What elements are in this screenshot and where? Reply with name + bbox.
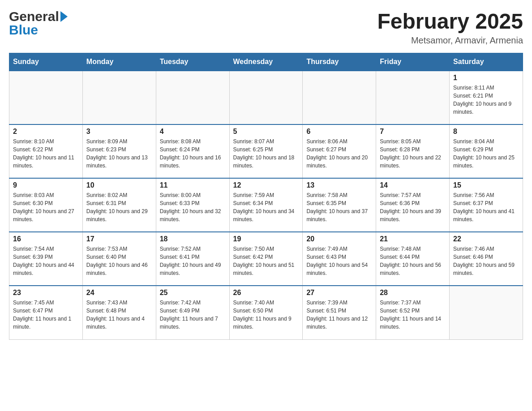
day-info: Sunrise: 7:58 AMSunset: 6:35 PMDaylight:…: [306, 191, 372, 223]
day-number: 18: [160, 235, 226, 243]
day-info: Sunrise: 8:03 AMSunset: 6:30 PMDaylight:…: [13, 191, 79, 223]
calendar-cell: [376, 71, 450, 124]
calendar-cell: 20Sunrise: 7:49 AMSunset: 6:43 PMDayligh…: [303, 232, 376, 286]
day-info: Sunrise: 8:05 AMSunset: 6:28 PMDaylight:…: [380, 137, 446, 170]
day-number: 5: [233, 128, 299, 136]
day-info: Sunrise: 7:46 AMSunset: 6:46 PMDaylight:…: [453, 245, 519, 277]
calendar-cell: 15Sunrise: 7:56 AMSunset: 6:37 PMDayligh…: [450, 178, 523, 232]
day-number: 6: [306, 128, 372, 136]
day-number: 25: [160, 289, 226, 297]
location-text: Metsamor, Armavir, Armenia: [377, 35, 523, 46]
calendar-cell: [450, 286, 523, 339]
day-info: Sunrise: 7:56 AMSunset: 6:37 PMDaylight:…: [453, 191, 519, 223]
day-number: 12: [233, 181, 299, 189]
day-info: Sunrise: 8:02 AMSunset: 6:31 PMDaylight:…: [86, 191, 152, 223]
calendar-cell: [82, 71, 156, 124]
day-info: Sunrise: 7:59 AMSunset: 6:34 PMDaylight:…: [233, 191, 299, 223]
logo-general-text: General: [9, 9, 59, 24]
logo: General Blue: [9, 9, 68, 38]
calendar-cell: 9Sunrise: 8:03 AMSunset: 6:30 PMDaylight…: [9, 178, 83, 232]
day-info: Sunrise: 7:45 AMSunset: 6:47 PMDaylight:…: [13, 299, 79, 331]
calendar-week-5: 23Sunrise: 7:45 AMSunset: 6:47 PMDayligh…: [9, 286, 523, 339]
day-number: 10: [86, 181, 152, 189]
calendar-week-4: 16Sunrise: 7:54 AMSunset: 6:39 PMDayligh…: [9, 232, 523, 286]
calendar-cell: 18Sunrise: 7:52 AMSunset: 6:41 PMDayligh…: [156, 232, 229, 286]
day-number: 14: [380, 181, 446, 189]
day-number: 16: [13, 235, 79, 243]
weekday-saturday: Saturday: [450, 53, 523, 71]
weekday-wednesday: Wednesday: [229, 53, 303, 71]
day-number: 4: [160, 128, 226, 136]
calendar-cell: 10Sunrise: 8:02 AMSunset: 6:31 PMDayligh…: [82, 178, 156, 232]
day-number: 28: [380, 289, 446, 297]
calendar-cell: 11Sunrise: 8:00 AMSunset: 6:33 PMDayligh…: [156, 178, 229, 232]
day-number: 23: [13, 289, 79, 297]
calendar-cell: 1Sunrise: 8:11 AMSunset: 6:21 PMDaylight…: [450, 71, 523, 124]
calendar-cell: 6Sunrise: 8:06 AMSunset: 6:27 PMDaylight…: [303, 124, 376, 178]
day-info: Sunrise: 8:10 AMSunset: 6:22 PMDaylight:…: [13, 137, 79, 170]
calendar-cell: 12Sunrise: 7:59 AMSunset: 6:34 PMDayligh…: [229, 178, 303, 232]
day-info: Sunrise: 7:50 AMSunset: 6:42 PMDaylight:…: [233, 245, 299, 277]
calendar-cell: 26Sunrise: 7:40 AMSunset: 6:50 PMDayligh…: [229, 286, 303, 339]
calendar-cell: 28Sunrise: 7:37 AMSunset: 6:52 PMDayligh…: [376, 286, 450, 339]
day-info: Sunrise: 8:06 AMSunset: 6:27 PMDaylight:…: [306, 137, 372, 170]
calendar-cell: 21Sunrise: 7:48 AMSunset: 6:44 PMDayligh…: [376, 232, 450, 286]
day-number: 22: [453, 235, 519, 243]
calendar-cell: 27Sunrise: 7:39 AMSunset: 6:51 PMDayligh…: [303, 286, 376, 339]
day-info: Sunrise: 7:48 AMSunset: 6:44 PMDaylight:…: [380, 245, 446, 277]
day-number: 15: [453, 181, 519, 189]
title-block: February 2025 Metsamor, Armavir, Armenia: [377, 9, 523, 46]
day-info: Sunrise: 8:11 AMSunset: 6:21 PMDaylight:…: [453, 84, 519, 116]
day-info: Sunrise: 7:54 AMSunset: 6:39 PMDaylight:…: [13, 245, 79, 277]
logo-arrow-icon: [60, 11, 68, 22]
calendar-cell: 8Sunrise: 8:04 AMSunset: 6:29 PMDaylight…: [450, 124, 523, 178]
day-info: Sunrise: 7:37 AMSunset: 6:52 PMDaylight:…: [380, 299, 446, 331]
day-number: 3: [86, 128, 152, 136]
calendar-week-1: 1Sunrise: 8:11 AMSunset: 6:21 PMDaylight…: [9, 71, 523, 124]
day-number: 17: [86, 235, 152, 243]
calendar-cell: 3Sunrise: 8:09 AMSunset: 6:23 PMDaylight…: [82, 124, 156, 178]
logo-blue-text: Blue: [9, 22, 38, 38]
calendar-cell: 14Sunrise: 7:57 AMSunset: 6:36 PMDayligh…: [376, 178, 450, 232]
day-info: Sunrise: 7:39 AMSunset: 6:51 PMDaylight:…: [306, 299, 372, 331]
day-number: 8: [453, 128, 519, 136]
month-title: February 2025: [377, 9, 523, 34]
day-number: 21: [380, 235, 446, 243]
calendar-cell: 16Sunrise: 7:54 AMSunset: 6:39 PMDayligh…: [9, 232, 83, 286]
day-number: 24: [86, 289, 152, 297]
day-number: 19: [233, 235, 299, 243]
calendar-cell: [303, 71, 376, 124]
day-info: Sunrise: 7:52 AMSunset: 6:41 PMDaylight:…: [160, 245, 226, 277]
calendar-cell: 19Sunrise: 7:50 AMSunset: 6:42 PMDayligh…: [229, 232, 303, 286]
calendar-cell: [156, 71, 229, 124]
weekday-tuesday: Tuesday: [156, 53, 229, 71]
day-number: 13: [306, 181, 372, 189]
day-number: 20: [306, 235, 372, 243]
day-info: Sunrise: 7:40 AMSunset: 6:50 PMDaylight:…: [233, 299, 299, 331]
day-info: Sunrise: 8:07 AMSunset: 6:25 PMDaylight:…: [233, 137, 299, 170]
calendar-table: SundayMondayTuesdayWednesdayThursdayFrid…: [9, 53, 523, 340]
calendar-cell: 25Sunrise: 7:42 AMSunset: 6:49 PMDayligh…: [156, 286, 229, 339]
day-info: Sunrise: 8:04 AMSunset: 6:29 PMDaylight:…: [453, 137, 519, 170]
page-header: General Blue February 2025 Metsamor, Arm…: [9, 9, 523, 46]
calendar-week-3: 9Sunrise: 8:03 AMSunset: 6:30 PMDaylight…: [9, 178, 523, 232]
day-info: Sunrise: 7:49 AMSunset: 6:43 PMDaylight:…: [306, 245, 372, 277]
calendar-cell: [9, 71, 83, 124]
day-number: 1: [453, 74, 519, 82]
day-info: Sunrise: 8:00 AMSunset: 6:33 PMDaylight:…: [160, 191, 226, 223]
weekday-sunday: Sunday: [9, 53, 83, 71]
weekday-friday: Friday: [376, 53, 450, 71]
day-info: Sunrise: 7:43 AMSunset: 6:48 PMDaylight:…: [86, 299, 152, 331]
day-info: Sunrise: 8:09 AMSunset: 6:23 PMDaylight:…: [86, 137, 152, 170]
calendar-cell: 4Sunrise: 8:08 AMSunset: 6:24 PMDaylight…: [156, 124, 229, 178]
day-info: Sunrise: 7:57 AMSunset: 6:36 PMDaylight:…: [380, 191, 446, 223]
calendar-cell: 7Sunrise: 8:05 AMSunset: 6:28 PMDaylight…: [376, 124, 450, 178]
day-info: Sunrise: 7:42 AMSunset: 6:49 PMDaylight:…: [160, 299, 226, 331]
day-number: 11: [160, 181, 226, 189]
day-number: 2: [13, 128, 79, 136]
calendar-cell: 22Sunrise: 7:46 AMSunset: 6:46 PMDayligh…: [450, 232, 523, 286]
weekday-header-row: SundayMondayTuesdayWednesdayThursdayFrid…: [9, 53, 523, 71]
weekday-thursday: Thursday: [303, 53, 376, 71]
weekday-monday: Monday: [82, 53, 156, 71]
calendar-cell: 13Sunrise: 7:58 AMSunset: 6:35 PMDayligh…: [303, 178, 376, 232]
